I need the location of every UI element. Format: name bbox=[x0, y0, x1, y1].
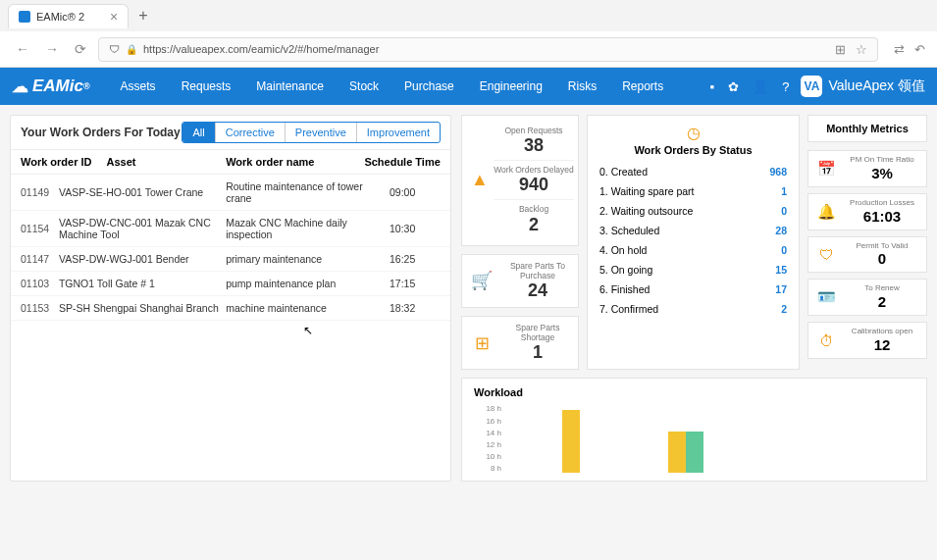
status-row[interactable]: 0. Created968 bbox=[599, 162, 787, 181]
tab-improvement[interactable]: Improvement bbox=[356, 123, 440, 142]
status-label: 2. Waiting outsource bbox=[599, 205, 693, 217]
table-row[interactable]: 01153SP-SH Shengpai Shanghai Branchmachi… bbox=[11, 296, 450, 321]
url-text: https://valueapex.com/eamic/v2/#/home/ma… bbox=[143, 43, 379, 55]
cell-asset: TGNO1 Toll Gate # 1 bbox=[59, 278, 226, 289]
kpi-backlog-label: Backlog bbox=[494, 204, 574, 214]
kpi-spare-shortage-val: 1 bbox=[503, 342, 572, 363]
status-label: 1. Waiting spare part bbox=[599, 185, 695, 197]
star-icon[interactable]: ☆ bbox=[856, 42, 867, 57]
chart-y-axis: 18 h16 h14 h12 h10 h8 h bbox=[474, 404, 501, 473]
metric-icon: 🔔 bbox=[815, 201, 837, 223]
status-value: 28 bbox=[775, 225, 787, 236]
status-label: 6. Finished bbox=[599, 283, 650, 295]
kpi-delayed-label: Work Orders Delayed bbox=[494, 165, 574, 175]
cell-asset: VASP-DW-CNC-001 Mazak CNC Machine Tool bbox=[59, 217, 226, 240]
metric-box[interactable]: 🛡Permit To Valid0 bbox=[807, 236, 927, 274]
status-value: 0 bbox=[781, 244, 787, 256]
status-label: 3. Scheduled bbox=[599, 225, 659, 236]
kpi-open-label: Open Requests bbox=[494, 126, 574, 135]
kpi-spare-purchase-label: Spare Parts To Purchase bbox=[503, 261, 572, 280]
nav-maintenance[interactable]: Maintenance bbox=[243, 70, 337, 103]
kpi-delayed-val: 940 bbox=[494, 175, 574, 195]
bar-b2 bbox=[686, 432, 703, 473]
address-bar[interactable]: 🛡 🔒 https://valueapex.com/eamic/v2/#/hom… bbox=[98, 37, 878, 62]
metric-label: To Renew bbox=[845, 284, 919, 293]
shield-icon: 🛡 bbox=[109, 43, 120, 55]
nav-engineering[interactable]: Engineering bbox=[467, 70, 555, 103]
status-label: 4. On hold bbox=[599, 244, 647, 256]
bar-group-1 bbox=[562, 410, 580, 473]
status-row[interactable]: 4. On hold0 bbox=[599, 240, 787, 260]
col-time: Schedule Time bbox=[364, 156, 441, 168]
status-row[interactable]: 5. On going15 bbox=[599, 260, 787, 280]
qr-icon[interactable]: ⊞ bbox=[835, 42, 846, 57]
metric-value: 0 bbox=[845, 250, 919, 267]
work-orders-title: Your Work Orders For Today bbox=[21, 126, 182, 139]
reload-button[interactable]: ⟳ bbox=[71, 39, 90, 59]
app-logo[interactable]: ☁ EAMic® bbox=[12, 76, 90, 97]
help-icon[interactable]: ? bbox=[782, 79, 789, 94]
back-button[interactable]: ← bbox=[12, 39, 33, 59]
nav-stock[interactable]: Stock bbox=[337, 70, 391, 103]
metrics-title: Monthly Metrics bbox=[807, 115, 927, 142]
chat-icon[interactable]: ▪ bbox=[710, 79, 715, 94]
tab-preventive[interactable]: Preventive bbox=[285, 123, 356, 142]
col-name: Work order name bbox=[226, 156, 364, 168]
cell-time: 09:00 bbox=[364, 186, 441, 198]
cell-time: 17:15 bbox=[364, 278, 441, 289]
nav-reports[interactable]: Reports bbox=[609, 70, 676, 103]
tab-corrective[interactable]: Corrective bbox=[215, 123, 285, 142]
kpi-spare-shortage: ⊞ Spare Parts Shortage 1 bbox=[461, 316, 579, 370]
status-row[interactable]: 2. Waiting outsource0 bbox=[599, 201, 787, 221]
swap-icon[interactable]: ⇄ bbox=[894, 42, 905, 57]
nav-risks[interactable]: Risks bbox=[555, 70, 609, 103]
metric-box[interactable]: 🔔Production Losses61:03 bbox=[807, 193, 927, 230]
kpi-spare-purchase: 🛒 Spare Parts To Purchase 24 bbox=[461, 254, 579, 308]
status-row[interactable]: 3. Scheduled28 bbox=[599, 221, 787, 240]
nav-assets[interactable]: Assets bbox=[108, 70, 169, 103]
table-row[interactable]: 01147VASP-DW-WGJ-001 Benderprimary maint… bbox=[11, 247, 450, 272]
calculator-icon: ⊞ bbox=[468, 330, 495, 357]
metric-value: 3% bbox=[845, 165, 919, 181]
settings-icon[interactable]: ✿ bbox=[728, 79, 739, 94]
nav-menu: Assets Requests Maintenance Stock Purcha… bbox=[108, 70, 677, 103]
status-value: 15 bbox=[775, 264, 787, 276]
metric-box[interactable]: ⏱Calibrations open12 bbox=[807, 322, 927, 359]
status-value: 2 bbox=[781, 303, 787, 315]
metric-icon: 🪪 bbox=[815, 286, 837, 308]
cell-id: 01153 bbox=[21, 302, 59, 314]
cell-name: Mazak CNC Machine daily inspection bbox=[226, 217, 364, 240]
status-row[interactable]: 6. Finished17 bbox=[599, 280, 787, 299]
brand-right[interactable]: VA ValueApex 领值 bbox=[801, 76, 925, 97]
y-tick: 16 h bbox=[474, 417, 501, 426]
app-header: ☁ EAMic® Assets Requests Maintenance Sto… bbox=[0, 68, 937, 105]
user-icon[interactable]: 👤 bbox=[753, 79, 768, 94]
table-body: 01149VASP-SE-HO-001 Tower CraneRoutine m… bbox=[11, 175, 450, 321]
status-row[interactable]: 1. Waiting spare part1 bbox=[599, 181, 787, 201]
workload-chart: 18 h16 h14 h12 h10 h8 h bbox=[474, 404, 914, 473]
cell-asset: SP-SH Shengpai Shanghai Branch bbox=[59, 302, 226, 314]
new-tab-button[interactable]: + bbox=[138, 7, 147, 25]
table-row[interactable]: 01154VASP-DW-CNC-001 Mazak CNC Machine T… bbox=[11, 211, 450, 247]
cell-id: 01103 bbox=[21, 278, 59, 289]
nav-requests[interactable]: Requests bbox=[169, 70, 244, 103]
forward-button[interactable]: → bbox=[41, 39, 63, 59]
nav-purchase[interactable]: Purchase bbox=[391, 70, 467, 103]
metric-icon: ⏱ bbox=[815, 330, 837, 351]
table-row[interactable]: 01103TGNO1 Toll Gate # 1pump maintenance… bbox=[11, 272, 450, 296]
metric-box[interactable]: 🪪To Renew2 bbox=[807, 279, 927, 316]
brand-text: ValueApex 领值 bbox=[828, 77, 925, 95]
tab-close-icon[interactable]: × bbox=[110, 9, 118, 25]
table-row[interactable]: 01149VASP-SE-HO-001 Tower CraneRoutine m… bbox=[11, 175, 450, 211]
status-label: 7. Confirmed bbox=[599, 303, 658, 315]
undo-icon[interactable]: ↶ bbox=[914, 42, 925, 57]
status-row[interactable]: 7. Confirmed2 bbox=[599, 299, 787, 319]
cloud-icon: ☁ bbox=[12, 76, 28, 97]
tab-all[interactable]: All bbox=[182, 123, 214, 142]
browser-tab[interactable]: EAMic® 2 × bbox=[8, 4, 129, 28]
work-orders-panel: Your Work Orders For Today All Correctiv… bbox=[10, 115, 451, 482]
brand-badge-icon: VA bbox=[801, 76, 822, 97]
status-label: 5. On going bbox=[599, 264, 652, 276]
metric-box[interactable]: 📅PM On Time Ratio3% bbox=[807, 150, 927, 187]
metrics-column: Monthly Metrics 📅PM On Time Ratio3%🔔Prod… bbox=[807, 115, 927, 370]
